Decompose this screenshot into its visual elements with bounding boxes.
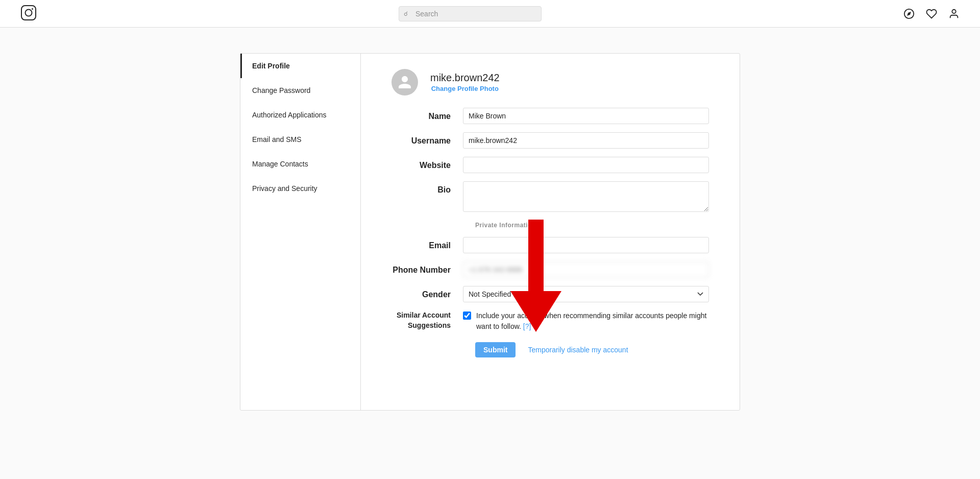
email-input-wrap <box>463 237 709 253</box>
avatar <box>391 69 418 95</box>
sidebar-item-authorized-apps[interactable]: Authorized Applications <box>240 103 360 127</box>
search-container: ☌ <box>399 6 542 21</box>
username-input-wrap <box>463 132 709 149</box>
sidebar-item-privacy-security[interactable]: Privacy and Security <box>240 176 360 201</box>
explore-button[interactable] <box>903 8 915 19</box>
gender-select-wrap: Not Specified Male Female Custom Prefer … <box>463 286 709 302</box>
username-row: Username <box>391 132 709 149</box>
bio-input-wrap <box>463 181 709 213</box>
gender-label: Gender <box>391 286 463 299</box>
sidebar-item-manage-contacts[interactable]: Manage Contacts <box>240 152 360 176</box>
search-input[interactable] <box>399 6 542 21</box>
email-label: Email <box>391 237 463 250</box>
nav-icons <box>903 8 960 19</box>
sidebar-item-change-password[interactable]: Change Password <box>240 78 360 103</box>
name-input[interactable] <box>463 108 709 124</box>
disable-account-link[interactable]: Temporarily disable my account <box>528 346 628 354</box>
bio-row: Bio <box>391 181 709 213</box>
profile-username: mike.brown242 <box>430 72 500 84</box>
phone-label: Phone Number <box>391 261 463 275</box>
profile-button[interactable] <box>948 8 960 19</box>
edit-profile-content: mike.brown242 Change Profile Photo Name … <box>361 54 740 410</box>
suggestions-label: Similar AccountSuggestions <box>391 310 463 330</box>
private-info-label: Private Information <box>391 222 709 229</box>
username-label: Username <box>391 132 463 146</box>
svg-point-5 <box>952 9 955 13</box>
website-label: Website <box>391 157 463 170</box>
submit-button[interactable]: Submit <box>475 342 516 357</box>
email-input[interactable] <box>463 237 709 253</box>
gender-row: Gender Not Specified Male Female Custom … <box>391 286 709 302</box>
buttons-row: Submit Temporarily disable my account <box>391 342 709 357</box>
suggestions-checkbox[interactable] <box>463 312 471 320</box>
name-input-wrap <box>463 108 709 124</box>
phone-row: Phone Number +1 676 343 8888 <box>391 261 709 278</box>
sidebar-item-email-sms[interactable]: Email and SMS <box>240 127 360 152</box>
suggestions-row: Similar AccountSuggestions Include your … <box>391 310 709 332</box>
svg-marker-4 <box>907 12 911 16</box>
top-nav: ☌ <box>0 0 980 28</box>
svg-point-2 <box>32 8 33 10</box>
phone-input-wrap: +1 676 343 8888 <box>463 261 709 278</box>
suggestions-help-link[interactable]: [?] <box>523 322 531 330</box>
gender-select[interactable]: Not Specified Male Female Custom Prefer … <box>463 286 709 302</box>
sidebar-item-edit-profile[interactable]: Edit Profile <box>240 54 360 78</box>
search-icon: ☌ <box>404 10 408 17</box>
email-row: Email <box>391 237 709 253</box>
username-input[interactable] <box>463 132 709 149</box>
sidebar: Edit Profile Change Password Authorized … <box>240 54 361 410</box>
suggestions-text: Include your account when recommending s… <box>476 310 709 332</box>
profile-info-header: mike.brown242 Change Profile Photo <box>430 72 500 92</box>
name-row: Name <box>391 108 709 124</box>
website-row: Website <box>391 157 709 173</box>
profile-header: mike.brown242 Change Profile Photo <box>391 69 709 95</box>
bio-label: Bio <box>391 181 463 195</box>
suggestions-content: Include your account when recommending s… <box>463 310 709 332</box>
nav-logo <box>20 5 37 22</box>
phone-display: +1 676 343 8888 <box>463 261 709 278</box>
svg-rect-0 <box>21 6 36 20</box>
website-input[interactable] <box>463 157 709 173</box>
activity-button[interactable] <box>926 8 937 19</box>
name-label: Name <box>391 108 463 121</box>
main-container: Edit Profile Change Password Authorized … <box>240 53 740 411</box>
bio-textarea[interactable] <box>463 181 709 212</box>
change-photo-button[interactable]: Change Profile Photo <box>430 85 500 92</box>
website-input-wrap <box>463 157 709 173</box>
svg-point-1 <box>26 10 32 16</box>
